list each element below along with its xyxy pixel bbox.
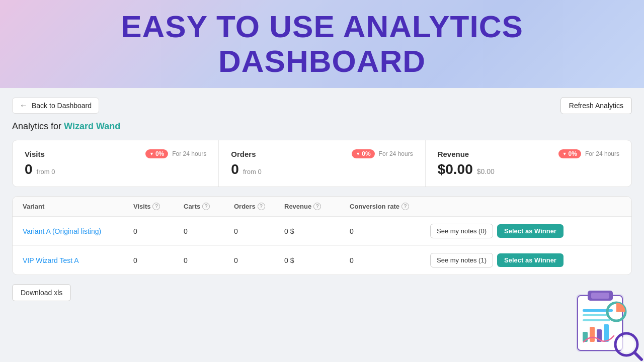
revenue-card: Revenue 0% For 24 hours $0.00 $0.00 [426, 140, 631, 187]
product-name: Wizard Wand [64, 121, 120, 131]
top-bar: ← Back to Dashboard Refresh Analytics [12, 97, 632, 114]
row1-orders: 0 [234, 256, 284, 264]
decorative-illustration [564, 282, 644, 362]
hero-title: EASY TO USE ANALYTICS DASHBOARD [121, 10, 523, 78]
hero-banner: EASY TO USE ANALYTICS DASHBOARD [0, 0, 644, 88]
svg-point-13 [618, 336, 634, 352]
revenue-label: Revenue [438, 150, 469, 158]
svg-rect-7 [583, 332, 588, 342]
orders-period: For 24 hours [379, 150, 413, 157]
row0-actions: See my notes (0) Select as Winner [430, 224, 621, 238]
svg-rect-5 [583, 314, 608, 316]
visits-period: For 24 hours [172, 150, 206, 157]
table-row: VIP Wizard Test A 0 0 0 0 $ 0 See my not… [13, 246, 631, 275]
variants-table: Variant Visits ? Carts ? Orders ? Revenu… [12, 196, 632, 275]
th-revenue: Revenue ? [284, 203, 350, 210]
revenue-period: For 24 hours [585, 150, 619, 157]
row1-carts: 0 [184, 256, 234, 264]
row1-variant: VIP Wizard Test A [23, 256, 133, 264]
revenue-value: $0.00 $0.00 [438, 161, 619, 177]
svg-point-11 [607, 303, 625, 321]
svg-rect-6 [583, 319, 610, 321]
th-actions [430, 203, 621, 210]
row0-notes-button[interactable]: See my notes (0) [430, 224, 493, 238]
svg-point-12 [615, 333, 637, 355]
row0-revenue: 0 $ [284, 227, 350, 235]
th-revenue-help-icon[interactable]: ? [313, 203, 321, 210]
svg-rect-8 [590, 327, 595, 342]
row0-select-winner-button[interactable]: Select as Winner [497, 224, 564, 238]
refresh-analytics-button[interactable]: Refresh Analytics [560, 97, 632, 114]
orders-card: Orders 0% For 24 hours 0 from 0 [219, 140, 425, 187]
row0-visits: 0 [133, 227, 184, 235]
revenue-meta: 0% For 24 hours [558, 149, 619, 158]
th-orders-help-icon[interactable]: ? [258, 203, 265, 210]
th-visits: Visits ? [133, 203, 184, 210]
svg-rect-9 [597, 329, 602, 342]
download-xls-button[interactable]: Download xls [12, 284, 71, 301]
revenue-sub: $0.00 [477, 167, 495, 175]
row0-conversion: 0 [350, 227, 430, 235]
analytics-title: Analytics for Wizard Wand [12, 121, 632, 132]
visits-value: 0 from 0 [25, 161, 206, 177]
row0-variant: Variant A (Original listing) [23, 227, 133, 235]
th-conversion-help-icon[interactable]: ? [401, 203, 409, 210]
row1-select-winner-button[interactable]: Select as Winner [497, 253, 564, 267]
main-content: ← Back to Dashboard Refresh Analytics An… [0, 88, 644, 362]
back-arrow-icon: ← [20, 101, 28, 110]
svg-rect-1 [578, 296, 622, 350]
svg-rect-3 [591, 293, 609, 299]
visits-card: Visits 0% For 24 hours 0 from 0 [13, 140, 219, 187]
th-conversion: Conversion rate ? [350, 203, 430, 210]
th-visits-help-icon[interactable]: ? [152, 203, 160, 210]
svg-line-14 [634, 352, 641, 359]
th-orders: Orders ? [234, 203, 284, 210]
visits-meta: 0% For 24 hours [145, 149, 206, 158]
orders-from: from 0 [243, 168, 262, 175]
orders-value: 0 from 0 [231, 161, 413, 177]
row1-conversion: 0 [350, 256, 430, 264]
stats-row: Visits 0% For 24 hours 0 from 0 Orders 0… [12, 140, 632, 187]
back-label: Back to Dashboard [32, 102, 92, 110]
orders-badge: 0% [352, 149, 374, 158]
svg-rect-4 [583, 309, 613, 312]
th-carts-help-icon[interactable]: ? [202, 203, 210, 210]
row1-notes-button[interactable]: See my notes (1) [430, 253, 493, 267]
revenue-badge: 0% [558, 149, 581, 158]
row0-orders: 0 [234, 227, 284, 235]
row0-variant-link[interactable]: Variant A (Original listing) [23, 227, 101, 235]
back-to-dashboard-button[interactable]: ← Back to Dashboard [12, 98, 99, 114]
visits-from: from 0 [37, 168, 55, 175]
row1-variant-link[interactable]: VIP Wizard Test A [23, 256, 79, 264]
row1-actions: See my notes (1) Select as Winner [430, 253, 621, 267]
svg-rect-0 [576, 294, 624, 352]
visits-label: Visits [25, 150, 45, 158]
th-variant: Variant [23, 203, 133, 210]
row1-revenue: 0 $ [284, 256, 350, 264]
table-header: Variant Visits ? Carts ? Orders ? Revenu… [13, 197, 631, 217]
table-row: Variant A (Original listing) 0 0 0 0 $ 0… [13, 217, 631, 246]
row1-visits: 0 [133, 256, 184, 264]
orders-meta: 0% For 24 hours [352, 149, 413, 158]
svg-rect-2 [588, 291, 613, 301]
svg-rect-10 [604, 324, 609, 342]
row0-carts: 0 [184, 227, 234, 235]
orders-label: Orders [231, 150, 256, 158]
th-carts: Carts ? [184, 203, 234, 210]
visits-badge: 0% [145, 149, 168, 158]
